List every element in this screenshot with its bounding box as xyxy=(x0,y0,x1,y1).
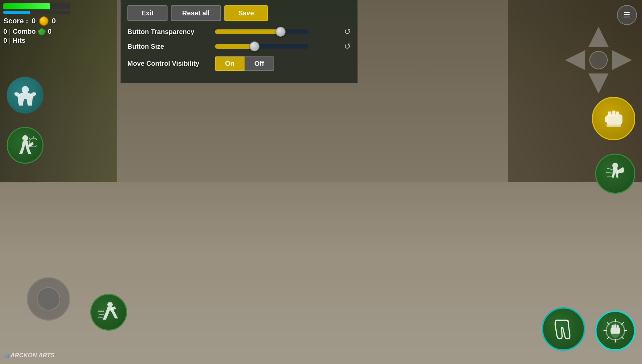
hits-label: Hits xyxy=(13,37,25,44)
dash-button[interactable] xyxy=(595,154,635,194)
health-bar xyxy=(3,3,50,9)
svg-rect-15 xyxy=(606,124,621,127)
hud-topleft: Score : 0 0 0 | Combo 0 0 | Hits xyxy=(3,3,70,46)
run-button[interactable] xyxy=(90,294,127,331)
svg-rect-14 xyxy=(605,116,608,122)
transparency-slider-container xyxy=(215,27,337,36)
transparency-row: Button Transparency ↺ xyxy=(127,27,351,36)
combo-value: 0 xyxy=(3,28,7,35)
joystick[interactable] xyxy=(27,277,70,321)
kick-button[interactable] xyxy=(595,311,635,351)
size-label: Button Size xyxy=(127,43,211,50)
action-buttons-row: Exit Reset all Save xyxy=(127,5,351,21)
size-slider-container xyxy=(215,42,337,51)
svg-rect-13 xyxy=(616,111,619,116)
joystick-outer xyxy=(27,277,70,321)
combo-divider: | xyxy=(9,28,11,35)
svg-line-18 xyxy=(606,172,612,173)
brand-icon: △ xyxy=(5,353,9,358)
size-slider-track xyxy=(215,44,309,49)
score-label: Score : xyxy=(3,17,28,25)
punch-button[interactable] xyxy=(592,97,635,140)
grab-icon xyxy=(549,315,577,343)
run-icon xyxy=(97,300,121,325)
grab-button[interactable] xyxy=(542,307,585,351)
visibility-on-button[interactable]: On xyxy=(215,56,244,71)
brand-text: ARCKON ARTS xyxy=(10,352,55,359)
dpad-right-button[interactable] xyxy=(612,50,632,70)
joystick-inner xyxy=(37,287,60,311)
size-reset-button[interactable]: ↺ xyxy=(344,42,351,51)
svg-rect-11 xyxy=(608,111,611,117)
special-button[interactable] xyxy=(7,127,43,164)
transparency-reset-button[interactable]: ↺ xyxy=(344,27,351,36)
size-slider-thumb[interactable] xyxy=(249,41,259,51)
brand-logo: △ ARCKON ARTS xyxy=(5,352,55,359)
hits-divider: | xyxy=(9,37,11,44)
gem-value: 0 xyxy=(48,28,51,35)
reset-all-button[interactable]: Reset all xyxy=(171,5,221,21)
svg-line-3 xyxy=(29,138,30,139)
size-row: Button Size ↺ xyxy=(127,42,351,51)
svg-point-16 xyxy=(612,163,618,169)
svg-rect-31 xyxy=(614,324,616,328)
dpad-down-button[interactable] xyxy=(588,73,609,94)
dash-icon xyxy=(602,160,629,187)
score-line: Score : 0 0 xyxy=(3,16,70,26)
svg-rect-12 xyxy=(612,111,615,116)
svg-point-0 xyxy=(21,86,29,93)
exit-button[interactable]: Exit xyxy=(127,5,168,21)
transparency-slider-track xyxy=(215,29,309,34)
coin-icon xyxy=(39,16,48,26)
hits-line: 0 | Hits xyxy=(3,37,70,44)
transparency-slider-thumb[interactable] xyxy=(276,27,286,37)
save-button[interactable]: Save xyxy=(224,5,268,21)
power-icon xyxy=(12,82,38,108)
menu-button[interactable]: ☰ xyxy=(617,5,637,25)
xp-bar xyxy=(3,11,30,14)
visibility-label: Move Control Visibility xyxy=(127,60,211,67)
svg-point-6 xyxy=(107,302,113,307)
hits-value: 0 xyxy=(3,37,7,44)
gem-icon xyxy=(38,28,46,35)
score-value: 0 xyxy=(32,17,36,25)
coin-value: 0 xyxy=(52,17,56,25)
visibility-off-button[interactable]: Off xyxy=(244,56,274,71)
dpad xyxy=(565,27,632,94)
settings-panel: Exit Reset all Save Button Transparency … xyxy=(120,0,358,83)
xp-bar-container xyxy=(3,11,70,14)
health-bar-container xyxy=(3,3,70,9)
visibility-toggle: On Off xyxy=(215,56,274,71)
kick-icon xyxy=(602,318,628,344)
combo-label: Combo xyxy=(13,28,36,35)
svg-point-2 xyxy=(29,138,37,147)
visibility-row: Move Control Visibility On Off xyxy=(127,56,351,71)
transparency-label: Button Transparency xyxy=(127,28,211,36)
dpad-left-button[interactable] xyxy=(565,50,585,70)
punch-icon xyxy=(599,104,628,133)
combo-line: 0 | Combo 0 xyxy=(3,28,70,35)
svg-line-17 xyxy=(607,168,613,170)
power-button[interactable] xyxy=(7,77,43,114)
dpad-center xyxy=(590,51,608,69)
dpad-up-button[interactable] xyxy=(588,27,609,47)
svg-rect-30 xyxy=(612,325,614,329)
menu-icon: ☰ xyxy=(624,11,630,19)
svg-point-1 xyxy=(22,135,28,141)
svg-rect-32 xyxy=(617,325,619,328)
special-icon xyxy=(13,133,37,158)
svg-rect-29 xyxy=(611,328,620,334)
